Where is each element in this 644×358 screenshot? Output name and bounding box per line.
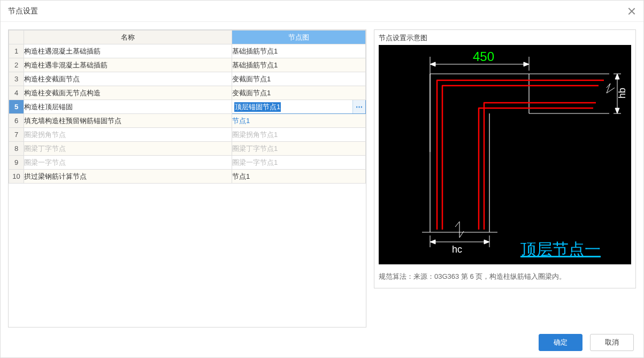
cell-name[interactable]: 填充墙构造柱预留钢筋锚固节点 — [24, 114, 232, 128]
row-number: 3 — [9, 72, 24, 86]
cell-node[interactable]: 节点1 — [232, 170, 366, 184]
cell-name[interactable]: 构造柱遇混凝土基础插筋 — [24, 44, 232, 58]
table-row[interactable]: 7圈梁拐角节点圈梁拐角节点1 — [9, 128, 366, 142]
preview-pane: 节点设置示意图 450 — [374, 29, 636, 327]
svg-rect-0 — [379, 45, 631, 264]
row-number: 6 — [9, 114, 24, 128]
ok-button[interactable]: 确定 — [539, 334, 582, 351]
row-number: 9 — [9, 156, 24, 170]
row-number: 4 — [9, 86, 24, 100]
dialog-body: 名称 节点图 1构造柱遇混凝土基础插筋基础插筋节点12构造柱遇非混凝土基础插筋基… — [1, 22, 643, 327]
ellipsis-button[interactable]: ⋯ — [352, 100, 365, 113]
header-name[interactable]: 名称 — [24, 31, 232, 44]
source-note: 规范算法：来源：03G363 第 6 页，构造柱纵筋锚入圈梁内。 — [379, 272, 631, 281]
cell-name[interactable]: 拱过梁钢筋计算节点 — [24, 170, 232, 184]
row-number: 5 — [9, 100, 24, 114]
dialog-footer: 确定 取消 — [1, 327, 643, 357]
cell-node[interactable]: 变截面节点1 — [232, 72, 366, 86]
cell-name[interactable]: 圈梁丁字节点 — [24, 142, 232, 156]
cell-node[interactable]: 基础插筋节点1 — [232, 58, 366, 72]
cell-node[interactable]: 顶层锚固节点1⋯ — [232, 100, 366, 114]
row-number: 10 — [9, 170, 24, 184]
row-number: 8 — [9, 142, 24, 156]
table-row[interactable]: 1构造柱遇混凝土基础插筋基础插筋节点1 — [9, 44, 366, 58]
dim-right: hb — [617, 88, 627, 98]
cell-node[interactable]: 圈梁拐角节点1 — [232, 128, 366, 142]
preview-box: 节点设置示意图 450 — [374, 29, 636, 288]
table-row[interactable]: 10拱过梁钢筋计算节点节点1 — [9, 170, 366, 184]
table-row[interactable]: 2构造柱遇非混凝土基础插筋基础插筋节点1 — [9, 58, 366, 72]
cell-node[interactable]: 圈梁一字节点1 — [232, 156, 366, 170]
row-number: 7 — [9, 128, 24, 142]
titlebar: 节点设置 — [1, 1, 643, 22]
preview-diagram: 450 — [379, 45, 631, 264]
cell-node[interactable]: 节点1 — [232, 114, 366, 128]
cell-name[interactable]: 圈梁拐角节点 — [24, 128, 232, 142]
cell-node[interactable]: 圈梁丁字节点1 — [232, 142, 366, 156]
cell-name[interactable]: 构造柱变截面无节点构造 — [24, 86, 232, 100]
table-pane: 名称 节点图 1构造柱遇混凝土基础插筋基础插筋节点12构造柱遇非混凝土基础插筋基… — [8, 29, 366, 327]
close-icon[interactable] — [627, 7, 636, 16]
cell-name[interactable]: 构造柱顶层锚固 — [24, 100, 232, 114]
table-row[interactable]: 4构造柱变截面无节点构造变截面节点1 — [9, 86, 366, 100]
cell-name[interactable]: 构造柱遇非混凝土基础插筋 — [24, 58, 232, 72]
dim-top: 450 — [473, 49, 494, 64]
table-row[interactable]: 9圈梁一字节点圈梁一字节点1 — [9, 156, 366, 170]
diagram-caption: 顶层节点一 — [520, 240, 601, 258]
editing-text[interactable]: 顶层锚固节点1 — [234, 102, 281, 112]
cell-name[interactable]: 构造柱变截面节点 — [24, 72, 232, 86]
table-row[interactable]: 8圈梁丁字节点圈梁丁字节点1 — [9, 142, 366, 156]
cell-node[interactable]: 变截面节点1 — [232, 86, 366, 100]
cell-node[interactable]: 基础插筋节点1 — [232, 44, 366, 58]
table-row[interactable]: 6填充墙构造柱预留钢筋锚固节点节点1 — [9, 114, 366, 128]
table-row[interactable]: 5构造柱顶层锚固顶层锚固节点1⋯ — [9, 100, 366, 114]
header-num — [9, 31, 24, 44]
dialog-title: 节点设置 — [8, 6, 627, 16]
cancel-button[interactable]: 取消 — [590, 334, 634, 351]
node-settings-dialog: 节点设置 名称 节点图 1构造柱遇混凝土基础插筋基础插筋节点12构造柱遇非混凝土… — [0, 0, 644, 358]
table-row[interactable]: 3构造柱变截面节点变截面节点1 — [9, 72, 366, 86]
node-table: 名称 节点图 1构造柱遇混凝土基础插筋基础插筋节点12构造柱遇非混凝土基础插筋基… — [9, 30, 366, 184]
header-node[interactable]: 节点图 — [232, 31, 366, 44]
cell-name[interactable]: 圈梁一字节点 — [24, 156, 232, 170]
row-number: 2 — [9, 58, 24, 72]
row-number: 1 — [9, 44, 24, 58]
preview-title: 节点设置示意图 — [379, 33, 631, 43]
dim-bottom: hc — [452, 244, 462, 255]
